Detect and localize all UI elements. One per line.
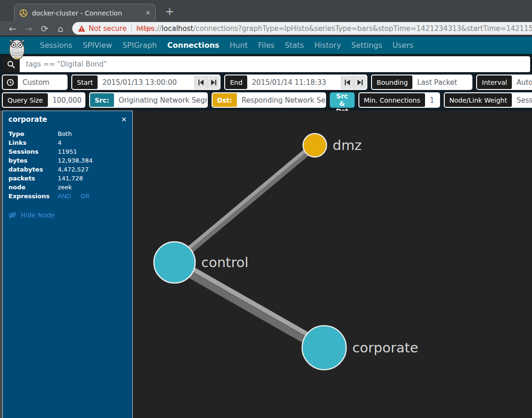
search-row xyxy=(2,56,530,72)
tab-title: docker-cluster - Connection xyxy=(32,9,141,17)
src-and-dst-button[interactable]: Src & Dst xyxy=(330,92,355,108)
graph-link-control-dmz[interactable] xyxy=(176,147,316,264)
graph-link-control-corporate[interactable] xyxy=(176,260,326,345)
reload-button[interactable]: ⟳ xyxy=(37,23,53,34)
nav-users[interactable]: Users xyxy=(387,41,418,50)
graph-link-control-corporate[interactable] xyxy=(173,265,323,350)
query-size-label: Query Size xyxy=(3,93,48,107)
app-navbar: Sessions SPIView SPIGraph Connections Hu… xyxy=(0,37,532,54)
connections-graph[interactable]: dmzcontrolcorporate xyxy=(133,111,532,418)
graph-node-label-control: control xyxy=(201,254,249,270)
weight-label: Node/Link Weight xyxy=(445,93,512,107)
bounding-label: Bounding xyxy=(372,75,412,89)
bounding-select[interactable]: Last Packet xyxy=(412,75,471,89)
start-time-input[interactable] xyxy=(98,75,194,89)
url-host: localhost xyxy=(162,24,193,33)
clock-button[interactable] xyxy=(3,75,18,89)
nav-spigraph[interactable]: SPIGraph xyxy=(117,41,162,50)
query-size-group: Query Size 100,000 xyxy=(2,92,85,108)
dst-label: Dst: xyxy=(213,93,237,107)
nav-stats[interactable]: Stats xyxy=(280,41,309,50)
search-controls: Custom Start End xyxy=(0,54,532,111)
row-label: node xyxy=(8,183,58,192)
panel-row-databytes: databytes 4,472,527 xyxy=(3,165,132,174)
min-connections-input[interactable] xyxy=(425,93,439,107)
step-forward-icon xyxy=(211,80,217,85)
url-separator: :// xyxy=(154,24,161,33)
home-button[interactable]: ⌂ xyxy=(53,23,68,34)
start-step-back-button[interactable] xyxy=(194,75,207,89)
browser-toolbar: ← → ⟳ ⌂ Not secure https://localhost/con… xyxy=(0,21,532,37)
query-row: Query Size 100,000 Src: Originating Netw… xyxy=(2,92,530,108)
back-button[interactable]: ← xyxy=(5,23,21,34)
dst-field-select[interactable]: Responding Network Segm xyxy=(237,93,325,107)
panel-title: corporate xyxy=(8,115,47,124)
row-value: Both xyxy=(58,129,72,138)
end-step-forward-button[interactable] xyxy=(354,75,366,89)
dst-group: Dst: Responding Network Segm xyxy=(212,92,326,108)
row-value: 141,728 xyxy=(58,174,83,183)
panel-close-icon[interactable]: ✕ xyxy=(121,116,127,123)
eye-slash-icon xyxy=(8,212,16,218)
src-label: Src: xyxy=(90,93,114,107)
new-tab-button[interactable]: + xyxy=(165,5,174,17)
row-label: Links xyxy=(8,138,58,147)
panel-row-links: Links 4 xyxy=(3,138,132,147)
start-label: Start xyxy=(72,75,98,89)
nav-files[interactable]: Files xyxy=(253,41,280,50)
graph-node-label-dmz: dmz xyxy=(333,137,362,153)
weight-select[interactable]: Sessions xyxy=(512,93,532,107)
end-step-back-button[interactable] xyxy=(341,75,354,89)
start-step-forward-button[interactable] xyxy=(207,75,220,89)
interval-select[interactable]: Auto xyxy=(512,75,532,89)
weight-group: Node/Link Weight Sessions xyxy=(444,92,532,108)
url-scheme: https xyxy=(137,24,155,33)
hide-node-label: Hide Node xyxy=(21,211,55,219)
src-group: Src: Originating Network Segme xyxy=(89,92,208,108)
search-input[interactable] xyxy=(20,56,530,72)
browser-tab[interactable]: docker-cluster - Connection ✕ xyxy=(14,4,156,22)
tab-close-icon[interactable]: ✕ xyxy=(145,9,151,16)
interval-label: Interval xyxy=(477,75,512,89)
forward-button: → xyxy=(21,23,37,34)
panel-row-packets: packets 141,728 xyxy=(3,174,132,183)
end-time-group: End xyxy=(224,75,367,90)
tab-favicon-icon xyxy=(19,9,28,17)
url-text: https://localhost/connections?graphType=… xyxy=(137,24,532,33)
panel-row-expressions: Expressions AND OR xyxy=(3,192,132,201)
end-time-input[interactable] xyxy=(247,75,341,89)
step-backward-icon xyxy=(344,80,350,85)
nav-history[interactable]: History xyxy=(309,41,346,50)
row-value: 4,472,527 xyxy=(58,165,89,174)
nav-sessions[interactable]: Sessions xyxy=(35,41,77,50)
address-bar[interactable]: Not secure https://localhost/connections… xyxy=(72,22,532,35)
time-preset-select[interactable]: Custom xyxy=(18,75,67,89)
graph-link-control-dmz[interactable] xyxy=(173,144,313,261)
step-backward-icon xyxy=(198,80,204,85)
graph-node-corporate[interactable] xyxy=(302,326,346,370)
row-label: databytes xyxy=(8,165,58,174)
graph-node-control[interactable] xyxy=(154,242,195,283)
expression-and-link[interactable]: AND xyxy=(58,193,71,200)
graph-node-label-corporate: corporate xyxy=(352,340,418,356)
warning-icon xyxy=(78,25,85,32)
main-area: corporate ✕ Type Both Links 4 Sessions 1… xyxy=(0,111,532,418)
nav-settings[interactable]: Settings xyxy=(346,41,388,50)
graph-node-dmz[interactable] xyxy=(303,134,327,157)
nav-connections[interactable]: Connections xyxy=(162,41,225,50)
hide-node-link[interactable]: Hide Node xyxy=(8,211,127,219)
step-forward-icon xyxy=(357,80,363,85)
expression-or-link[interactable]: OR xyxy=(81,193,90,200)
row-label: Type xyxy=(8,129,58,138)
panel-row-type: Type Both xyxy=(3,129,132,138)
row-value: zeek xyxy=(58,183,72,192)
clock-icon xyxy=(7,79,14,86)
row-label: packets xyxy=(8,174,58,183)
nav-spiview[interactable]: SPIView xyxy=(77,41,117,50)
nav-hunt[interactable]: Hunt xyxy=(224,41,253,50)
src-field-select[interactable]: Originating Network Segme xyxy=(114,93,207,107)
query-size-select[interactable]: 100,000 xyxy=(48,93,84,107)
url-path: /connections?graphType=lpHisto&seriesTyp… xyxy=(193,24,532,33)
end-label: End xyxy=(225,75,247,89)
not-secure-label[interactable]: Not secure xyxy=(89,24,127,33)
